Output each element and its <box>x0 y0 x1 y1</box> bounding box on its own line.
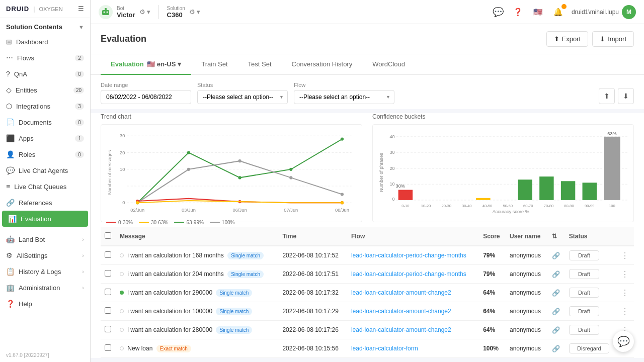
row-checkbox-cell[interactable] <box>101 284 116 302</box>
more-icon[interactable]: ⋮ <box>621 251 629 260</box>
flow-link[interactable]: lead-loan-calculator-amount-change2 <box>351 326 451 333</box>
user-info[interactable]: druid1\mihail.lupu M <box>572 5 636 19</box>
row-checkbox[interactable] <box>105 326 111 332</box>
import-button[interactable]: ⬇ Import <box>592 31 634 47</box>
flow-link[interactable]: lead-loan-calculator-period-change-month… <box>351 270 466 278</box>
link-icon[interactable]: 🔗 <box>552 308 560 315</box>
flow-link[interactable]: lead-loan-calculator-amount-change2 <box>351 289 451 296</box>
row-flow[interactable]: lead-loan-calculator-form <box>347 339 479 358</box>
sidebar-item-live-chat-agents[interactable]: 💬 Live Chat Agents <box>0 162 90 178</box>
bot-settings[interactable]: ⚙ ▾ <box>139 8 150 16</box>
row-checkbox[interactable] <box>105 270 111 277</box>
row-link-icon-cell[interactable]: 🔗 <box>548 284 565 302</box>
sidebar-item-all-settings[interactable]: ⚙ AllSettings › <box>0 247 90 263</box>
sidebar-item-qna[interactable]: ? QnA 0 <box>0 66 90 82</box>
sidebar-item-integrations[interactable]: ⬡ Integrations 3 <box>0 98 90 114</box>
download-button[interactable]: ⬆ <box>599 88 615 104</box>
row-status-cell[interactable]: Draft <box>565 265 617 284</box>
row-more-cell[interactable]: ⋮ <box>617 284 634 302</box>
row-link-icon-cell[interactable]: 🔗 <box>548 265 565 284</box>
help-circle-icon[interactable]: ❓ <box>511 5 525 19</box>
row-status-cell[interactable]: Draft <box>565 246 617 265</box>
row-checkbox-cell[interactable] <box>101 265 116 284</box>
row-flow[interactable]: lead-loan-calculator-amount-change2 <box>347 284 479 302</box>
row-more-cell[interactable]: ⋮ <box>617 302 634 321</box>
status-badge[interactable]: Draft <box>569 325 599 335</box>
link-icon[interactable]: 🔗 <box>552 270 560 278</box>
flag-icon[interactable]: 🇺🇸 <box>531 5 545 19</box>
sidebar-item-references[interactable]: 🔗 References <box>0 195 90 211</box>
row-flow[interactable]: lead-loan-calculator-period-change-month… <box>347 265 479 284</box>
row-more-cell[interactable]: ⋮ <box>617 265 634 284</box>
flow-link[interactable]: lead-loan-calculator-period-change-month… <box>351 252 466 259</box>
sidebar-item-documents[interactable]: 📄 Documents 0 <box>0 114 90 130</box>
row-flow[interactable]: lead-loan-calculator-amount-change2 <box>347 302 479 321</box>
row-flow[interactable]: lead-loan-calculator-period-change-month… <box>347 246 479 265</box>
row-checkbox-cell[interactable] <box>101 246 116 265</box>
row-status-cell[interactable]: Draft <box>565 302 617 321</box>
link-icon[interactable]: 🔗 <box>552 289 560 297</box>
row-flow[interactable]: lead-loan-calculator-amount-change2 <box>347 321 479 339</box>
flow-link[interactable]: lead-loan-calculator-form <box>351 345 418 352</box>
row-status-cell[interactable]: Draft <box>565 321 617 339</box>
sidebar-item-live-chat-queues[interactable]: ≡ Live Chat Queues <box>0 178 90 195</box>
sidebar-item-entities[interactable]: ◇ Entities 20 <box>0 82 90 98</box>
notifications-icon[interactable]: 🔔 <box>551 5 566 19</box>
row-status-cell[interactable]: Draft <box>565 284 617 302</box>
sidebar-item-land-bot[interactable]: 🤖 Land Bot › <box>0 231 90 247</box>
solution-settings[interactable]: ⚙ ▾ <box>189 8 201 16</box>
link-icon[interactable]: 🔗 <box>552 252 560 259</box>
tab-train-set[interactable]: Train Set <box>191 54 237 75</box>
row-checkbox[interactable] <box>105 289 111 295</box>
sidebar-item-roles[interactable]: 👤 Roles 0 <box>0 146 90 162</box>
more-icon[interactable]: ⋮ <box>621 307 629 316</box>
tab-test-set[interactable]: Test Set <box>238 54 282 75</box>
sidebar-section-header[interactable]: Solution Contents ▼ <box>0 18 90 34</box>
th-sort-icon[interactable]: ⇅ <box>548 227 565 246</box>
link-icon[interactable]: 🔗 <box>552 326 560 334</box>
row-more-cell[interactable]: ⋮ <box>617 246 634 265</box>
row-checkbox[interactable] <box>105 344 111 351</box>
row-status-cell[interactable]: Disregard <box>565 339 617 358</box>
status-badge[interactable]: Draft <box>569 250 599 260</box>
row-checkbox[interactable] <box>105 307 111 314</box>
flow-select[interactable]: --Please select an option-- <box>294 90 394 104</box>
sidebar-item-help[interactable]: ❓ Help <box>0 296 90 312</box>
row-checkbox[interactable] <box>105 251 111 258</box>
chat-support-icon[interactable]: 💬 <box>491 5 505 19</box>
lang-select[interactable]: 🇺🇸 en-US ▾ <box>147 60 182 68</box>
upload-button[interactable]: ⬇ <box>618 88 634 104</box>
status-badge[interactable]: Disregard <box>569 343 609 353</box>
sidebar-item-apps[interactable]: ⬛ Apps 1 <box>0 130 90 146</box>
export-button[interactable]: ⬆ Export <box>546 31 589 47</box>
sidebar-item-evaluation[interactable]: 📊 Evaluation <box>2 211 88 227</box>
sidebar-item-history-logs[interactable]: 📋 History & Logs › <box>0 263 90 280</box>
chat-bubble[interactable]: 💬 <box>613 331 634 352</box>
link-icon[interactable]: 🔗 <box>552 345 560 352</box>
status-badge[interactable]: Draft <box>569 288 599 298</box>
more-icon[interactable]: ⋮ <box>621 270 629 279</box>
row-checkbox-cell[interactable] <box>101 302 116 321</box>
tab-evaluation[interactable]: Evaluation 🇺🇸 en-US ▾ <box>101 54 191 75</box>
svg-rect-52 <box>604 137 620 200</box>
select-all-checkbox[interactable] <box>105 232 111 239</box>
row-checkbox-cell[interactable] <box>101 321 116 339</box>
tab-wordcloud[interactable]: WordCloud <box>362 54 415 75</box>
row-link-icon-cell[interactable]: 🔗 <box>548 246 565 265</box>
hamburger-icon[interactable]: ☰ <box>78 5 84 13</box>
row-link-icon-cell[interactable]: 🔗 <box>548 339 565 358</box>
tab-conversation-history[interactable]: Conversation History <box>282 54 363 75</box>
row-checkbox-cell[interactable] <box>101 339 116 358</box>
date-range-input[interactable] <box>101 90 191 104</box>
th-select-all[interactable] <box>101 227 116 246</box>
status-select[interactable]: --Please select an option-- <box>197 90 288 104</box>
sidebar-item-administration[interactable]: 🏢 Administration › <box>0 280 90 296</box>
sidebar-item-dashboard[interactable]: ⊞ Dashboard <box>0 34 90 50</box>
more-icon[interactable]: ⋮ <box>621 289 629 297</box>
row-link-icon-cell[interactable]: 🔗 <box>548 302 565 321</box>
row-link-icon-cell[interactable]: 🔗 <box>548 321 565 339</box>
flow-link[interactable]: lead-loan-calculator-amount-change2 <box>351 308 451 315</box>
status-badge[interactable]: Draft <box>569 306 599 316</box>
status-badge[interactable]: Draft <box>569 269 599 279</box>
sidebar-item-flows[interactable]: ⋯ Flows 2 <box>0 50 90 66</box>
